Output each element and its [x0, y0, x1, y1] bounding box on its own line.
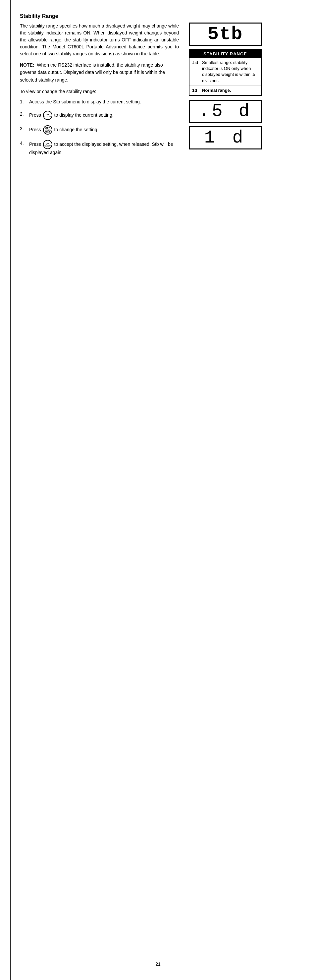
half-d-display-text: .5 d	[198, 101, 252, 121]
stability-table-header: STABILITY RANGE	[189, 50, 261, 58]
step-3-number: 3.	[20, 125, 29, 132]
stability-row-one: 1d Normal range.	[189, 86, 261, 95]
to-view-text: To view or change the stability range:	[20, 88, 179, 95]
step-2-number: 2.	[20, 111, 29, 118]
step-4-number: 4.	[20, 140, 29, 147]
note-paragraph: NOTE: When the RS232 interface is instal…	[20, 61, 179, 84]
section-title: Stability Range	[20, 13, 296, 19]
main-display-box: 5tb	[189, 22, 262, 46]
intro-paragraph: The stability range specifies how much a…	[20, 22, 179, 57]
left-border	[10, 0, 11, 980]
off-units-print-button[interactable]: OFF UNITS PRINT	[43, 125, 52, 135]
step-4-content: Press ON RE·ZERO to accept the displayed…	[29, 140, 179, 156]
note-content: When the RS232 interface is installed, t…	[20, 62, 165, 83]
stability-row-half: .5d Smallest range: stability indicator …	[189, 58, 261, 86]
content-area: The stability range specifies how much a…	[20, 22, 296, 161]
step-1-content: Access the Stb submenu to display the cu…	[29, 99, 179, 105]
step-1: 1. Access the Stb submenu to display the…	[20, 99, 179, 105]
steps-list: 1. Access the Stb submenu to display the…	[20, 99, 179, 156]
on-rezero-button-1[interactable]: ON RE·ZERO	[43, 111, 52, 120]
step-3: 3. Press OFF UNITS PRINT to change the s…	[20, 125, 179, 135]
right-column: 5tb STABILITY RANGE .5d Smallest range: …	[189, 22, 268, 153]
half-d-display-box: .5 d	[189, 100, 262, 123]
main-display-text: 5tb	[208, 24, 243, 45]
stability-desc-half: Smallest range: stability indicator is O…	[202, 60, 258, 84]
on-rezero-button-2[interactable]: ON RE·ZERO	[43, 140, 52, 149]
one-d-display-box: 1 d	[189, 126, 262, 150]
stability-desc-one: Normal range.	[202, 88, 258, 94]
stability-label-one: 1d	[192, 88, 202, 94]
step-2: 2. Press ON RE·ZERO to display the curre…	[20, 111, 179, 120]
stability-table: STABILITY RANGE .5d Smallest range: stab…	[189, 49, 262, 96]
left-column: The stability range specifies how much a…	[20, 22, 179, 161]
one-d-display-text: 1 d	[204, 127, 246, 148]
stability-label-half: .5d	[192, 60, 202, 65]
step-4: 4. Press ON RE·ZERO to accept the displa…	[20, 140, 179, 156]
step-2-content: Press ON RE·ZERO to display the current …	[29, 111, 179, 120]
note-label: NOTE:	[20, 62, 35, 68]
page: Stability Range The stability range spec…	[0, 0, 316, 980]
step-3-content: Press OFF UNITS PRINT to change the sett…	[29, 125, 179, 135]
page-number: 21	[156, 961, 160, 967]
stability-table-body: .5d Smallest range: stability indicator …	[189, 58, 261, 95]
step-1-number: 1.	[20, 99, 29, 105]
